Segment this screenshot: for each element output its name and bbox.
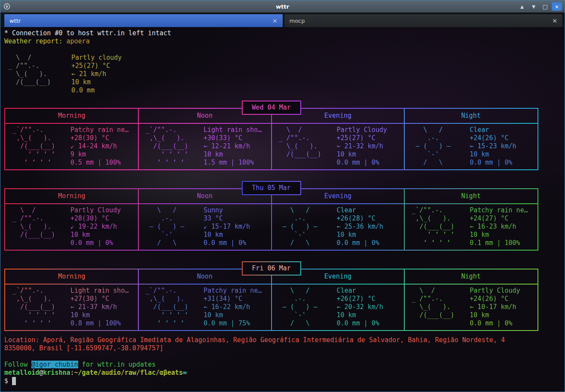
weather-art: _`/"".-. ,\_( ). /(___(__) ‘ ‘ ‘ ‘ ‘ ‘ ‘… xyxy=(404,206,470,247)
location-line-1: Location: Aporá, Região Geográfica Imedi… xyxy=(4,336,565,344)
weather-precip: 0.5 mm | 100% xyxy=(70,159,138,167)
weather-temp: +24(27) °C xyxy=(470,214,538,223)
weather-precip: 0.0 mm | 0% xyxy=(337,319,405,328)
column-divider xyxy=(404,189,405,250)
terminal-window: wttr ▲ ▼ □ × wttr × mocp × * Connection … xyxy=(0,0,565,392)
minimize-button[interactable]: ▼ xyxy=(528,2,539,11)
tab-close-icon[interactable]: × xyxy=(268,17,278,24)
weather-precip: 0.0 mm | 0% xyxy=(337,159,405,167)
forecast-cell-fri-noon: _`/"".-. ,\_( ). /(___(__) ‘ ‘ ‘ ‘ ‘ ‘ ‘… xyxy=(138,287,272,328)
close-button[interactable]: × xyxy=(552,2,562,11)
date-box-thu: Thu 05 Mar xyxy=(241,181,301,195)
weather-precip: 0.0 mm | 0% xyxy=(470,319,538,328)
terminal-cursor xyxy=(12,377,16,385)
maximize-button[interactable]: □ xyxy=(540,2,550,11)
column-header-morning: Morning xyxy=(5,189,138,203)
weather-visibility: 10 km xyxy=(337,150,405,159)
follow-prefix: Follow xyxy=(4,361,31,368)
follow-line: Follow @igor_chubin for wttr.in updates xyxy=(4,361,565,369)
column-divider xyxy=(138,109,139,169)
forecast-cell-fri-morning: _`/"".-. ,\_( ). /(___(__) ‘ ‘ ‘ ‘ ‘ ‘ ‘… xyxy=(5,287,138,328)
tab-label: mocp xyxy=(290,18,305,24)
connection-status-line: * Connection #0 to host wttr.in left int… xyxy=(4,29,565,37)
column-divider xyxy=(271,189,272,250)
weather-visibility: 10 km xyxy=(470,150,538,159)
forecast-table-wed: Wed 04 Mar Morning Noon Evening Night _`… xyxy=(4,108,538,170)
weather-wind: ← 15-23 km/h xyxy=(470,142,538,150)
forecast-cell-wed-evening: \ / _ /"".-. \_( ). /(___(__) Partly Clo… xyxy=(272,126,405,167)
titlebar[interactable]: wttr ▲ ▼ □ × xyxy=(0,0,565,12)
weather-temp: +25(27) °C xyxy=(337,134,405,142)
weather-temp: +27(30) °C xyxy=(70,295,138,303)
prompt-user: metalloid xyxy=(4,369,39,377)
weather-temp: +28(30) °C xyxy=(70,214,138,223)
weather-wind: ← 16-22 km/h xyxy=(204,303,272,311)
weather-wind: ↙ 19-22 km/h xyxy=(70,223,138,231)
weather-precip: 0.0 mm | 75% xyxy=(204,319,272,328)
weather-visibility: 10 km xyxy=(337,231,405,239)
shade-button[interactable]: ▲ xyxy=(517,2,527,11)
weather-visibility: 10 km xyxy=(204,311,272,319)
weather-visibility: 9 km xyxy=(70,150,138,159)
weather-precip: 1.5 mm | 100% xyxy=(204,159,272,167)
weather-visibility: 10 km xyxy=(470,311,538,319)
weather-temp: +26(27) °C xyxy=(337,295,405,303)
forecast-cell-wed-night: \ / .-. ― ( ) ― `-' / \ Clear +24(26) °C… xyxy=(404,126,538,167)
current-visibility: 10 km xyxy=(71,78,122,86)
forecast-cell-wed-noon: _`/"".-. ,\_( ). /(___(__) ‘ ‘ ‘ ‘ ‘ ‘ ‘… xyxy=(138,126,272,167)
tab-wttr[interactable]: wttr × xyxy=(4,14,283,27)
weather-wind: ← 10-17 km/h xyxy=(470,303,538,311)
current-conditions: \ / _ /"".-. \_( ). /(___(__) Partly clo… xyxy=(4,54,565,95)
forecast-cell-thu-noon: \ / .-. ― ( ) ― `-' / \ Sunny 33 °C ↙ 15… xyxy=(138,206,272,247)
report-location: apoera xyxy=(67,37,90,45)
weather-visibility: 10 km xyxy=(337,311,405,319)
weather-wind: ← 25-36 km/h xyxy=(337,223,405,231)
command-line[interactable]: $ xyxy=(4,377,565,385)
weather-temp: +30(33) °C xyxy=(204,134,272,142)
window-title: wttr xyxy=(0,3,565,10)
window-icon xyxy=(3,3,11,10)
weather-desc: Light rain sho… xyxy=(70,287,138,295)
forecast-cell-thu-evening: \ / .-. ― ( ) ― `-' / \ Clear +26(28) °C… xyxy=(272,206,405,247)
weather-precip: 0.0 mm | 0% xyxy=(337,239,405,247)
weather-wind: ← 20-32 km/h xyxy=(337,303,405,311)
weather-precip: 0.8 mm | 100% xyxy=(70,319,138,328)
column-divider xyxy=(404,109,405,169)
location-line-2: 8350000, Brasil [-11.6599747,-38.0794757… xyxy=(4,344,565,352)
weather-temp: 33 °C xyxy=(204,214,272,223)
weather-art: \ / _ /"".-. \_( ). /(___(__) xyxy=(272,126,337,167)
tab-mocp[interactable]: mocp × xyxy=(284,14,563,27)
weather-art: \ / .-. ― ( ) ― `-' / \ xyxy=(272,206,337,247)
column-divider xyxy=(271,270,272,330)
date-box-fri: Fri 06 Mar xyxy=(241,261,301,276)
weather-desc: Patchy rain ne… xyxy=(70,126,138,134)
window-buttons: ▲ ▼ □ × xyxy=(517,2,562,11)
weather-visibility: 10 km xyxy=(204,231,272,239)
weather-wind: ← 21-37 km/h xyxy=(70,303,138,311)
weather-desc: Clear xyxy=(337,287,405,295)
tab-close-icon[interactable]: × xyxy=(548,17,557,24)
prompt-colon: : xyxy=(70,369,74,377)
prompt-at: @ xyxy=(39,369,43,377)
weather-precip: 0.0 mm | 0% xyxy=(70,239,138,247)
weather-desc: Partly Cloudy xyxy=(70,206,138,214)
forecast-cell-wed-morning: _`/"".-. ,\_( ). /(___(__) ‘ ‘ ‘ ‘ ‘ ‘ ‘… xyxy=(5,126,138,167)
weather-precip: 0.1 mm | 100% xyxy=(470,239,538,247)
terminal-screen[interactable]: * Connection #0 to host wttr.in left int… xyxy=(0,27,565,392)
forecast-table-fri: Fri 06 Mar Morning Noon Evening Night _`… xyxy=(4,269,538,331)
weather-report-line: Weather report: apoera xyxy=(4,37,565,46)
weather-desc: Partly Cloudy xyxy=(337,126,405,134)
forecast-cell-thu-morning: \ / _ /"".-. \_( ). /(___(__) Partly Clo… xyxy=(5,206,138,247)
weather-art: \ / .-. ― ( ) ― `-' / \ xyxy=(138,206,204,247)
date-text: Thu 05 Mar xyxy=(252,184,290,192)
column-divider xyxy=(404,270,405,330)
weather-desc: Sunny xyxy=(204,206,272,214)
twitter-handle[interactable]: @igor_chubin xyxy=(31,361,78,368)
forecast-table-thu: Thu 05 Mar Morning Noon Evening Night \ … xyxy=(4,188,538,251)
follow-suffix: for wttr.in updates xyxy=(78,361,156,368)
tab-bar: wttr × mocp × xyxy=(0,12,565,27)
column-header-morning: Morning xyxy=(5,270,138,284)
weather-desc: Partly Cloudy xyxy=(470,287,538,295)
current-weather-art: \ / _ /"".-. \_( ). /(___(__) xyxy=(4,54,71,95)
current-desc: Partly cloudy xyxy=(71,54,122,62)
